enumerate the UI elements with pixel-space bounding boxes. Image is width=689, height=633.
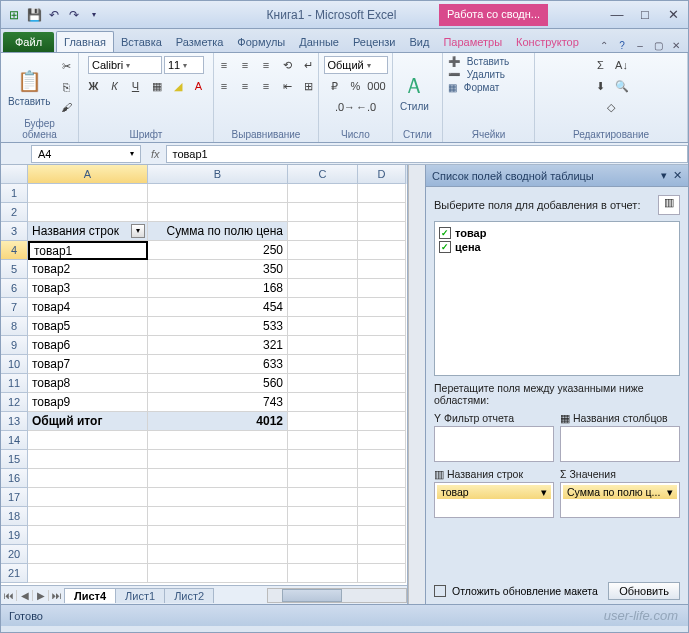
cell[interactable]: товар6 — [28, 336, 148, 355]
cell[interactable] — [288, 203, 358, 222]
tab-data[interactable]: Данные — [292, 32, 346, 52]
cell[interactable] — [358, 317, 406, 336]
cell[interactable] — [148, 507, 288, 526]
column-header-c[interactable]: C — [288, 165, 358, 184]
row-header[interactable]: 2 — [1, 203, 28, 222]
cell[interactable] — [358, 450, 406, 469]
cell[interactable] — [148, 203, 288, 222]
maximize-button[interactable]: □ — [634, 6, 656, 24]
cell[interactable] — [358, 412, 406, 431]
help-icon[interactable]: ? — [614, 38, 630, 52]
checkbox-icon[interactable]: ✓ — [439, 241, 451, 253]
cell[interactable]: товар1 — [28, 241, 148, 260]
copy-icon[interactable]: ⎘ — [56, 78, 76, 96]
minimize-button[interactable]: — — [606, 6, 628, 24]
vertical-scrollbar[interactable] — [408, 165, 425, 604]
currency-icon[interactable]: ₽ — [325, 77, 345, 95]
cell[interactable] — [358, 469, 406, 488]
sheet-nav-first[interactable]: ⏮ — [1, 590, 17, 601]
row-header[interactable]: 17 — [1, 488, 28, 507]
cell[interactable] — [28, 488, 148, 507]
cell[interactable] — [148, 431, 288, 450]
cell[interactable] — [288, 412, 358, 431]
format-cells-button[interactable]: ▦ Формат — [448, 82, 499, 93]
select-all-corner[interactable] — [1, 165, 28, 184]
cell[interactable] — [358, 488, 406, 507]
cell[interactable] — [358, 374, 406, 393]
cell[interactable]: товар4 — [28, 298, 148, 317]
cut-icon[interactable]: ✂ — [56, 58, 76, 76]
mdi-restore-button[interactable]: ▢ — [650, 38, 666, 52]
sheet-tab[interactable]: Лист4 — [64, 588, 116, 603]
cell[interactable]: Названия строк▾ — [28, 222, 148, 241]
paste-button[interactable]: 📋 Вставить — [6, 65, 52, 109]
area-rows-box[interactable]: товар▾ — [434, 482, 554, 518]
cell[interactable] — [358, 298, 406, 317]
sheet-nav-next[interactable]: ▶ — [33, 590, 49, 601]
mdi-close-button[interactable]: ✕ — [668, 38, 684, 52]
cell[interactable] — [148, 184, 288, 203]
insert-cells-button[interactable]: ➕ Вставить — [448, 56, 509, 67]
column-header-a[interactable]: A — [28, 165, 148, 184]
cell[interactable] — [28, 184, 148, 203]
underline-button[interactable]: Ч — [126, 77, 146, 95]
fx-icon[interactable]: fx — [151, 148, 160, 160]
tab-pivot-design[interactable]: Конструктор — [509, 32, 586, 52]
italic-button[interactable]: К — [105, 77, 125, 95]
cell[interactable] — [288, 393, 358, 412]
cell[interactable]: Общий итог — [28, 412, 148, 431]
cell[interactable]: 4012 — [148, 412, 288, 431]
field-item[interactable]: ✓ товар — [439, 226, 675, 240]
area-values-box[interactable]: Сумма по полю ц...▾ — [560, 482, 680, 518]
cell[interactable] — [358, 279, 406, 298]
cell[interactable] — [28, 564, 148, 583]
tab-formulas[interactable]: Формулы — [230, 32, 292, 52]
cell[interactable] — [288, 336, 358, 355]
wrap-text-icon[interactable]: ↵ — [298, 56, 318, 74]
horizontal-scrollbar[interactable] — [267, 588, 407, 603]
font-color-icon[interactable]: A — [189, 77, 209, 95]
cell[interactable]: 633 — [148, 355, 288, 374]
area-columns-box[interactable] — [560, 426, 680, 462]
cell[interactable]: 350 — [148, 260, 288, 279]
ribbon-minimize-icon[interactable]: ⌃ — [596, 38, 612, 52]
cell[interactable]: 250 — [148, 241, 288, 260]
cell[interactable] — [288, 526, 358, 545]
indent-decrease-icon[interactable]: ⇤ — [277, 77, 297, 95]
cell[interactable] — [288, 374, 358, 393]
row-header[interactable]: 11 — [1, 374, 28, 393]
cell[interactable]: 321 — [148, 336, 288, 355]
cell[interactable] — [358, 203, 406, 222]
cell[interactable] — [288, 279, 358, 298]
sort-filter-icon[interactable]: A↓ — [612, 56, 632, 74]
area-item[interactable]: товар▾ — [437, 485, 551, 499]
row-header[interactable]: 5 — [1, 260, 28, 279]
cell[interactable] — [28, 507, 148, 526]
sheet-tab[interactable]: Лист1 — [115, 588, 165, 603]
pivot-dropdown-icon[interactable]: ▾ — [131, 224, 145, 238]
cell[interactable] — [28, 203, 148, 222]
cell[interactable] — [288, 431, 358, 450]
cell[interactable] — [288, 298, 358, 317]
tab-pivot-options[interactable]: Параметры — [436, 32, 509, 52]
cell[interactable] — [288, 450, 358, 469]
bold-button[interactable]: Ж — [84, 77, 104, 95]
field-list[interactable]: ✓ товар ✓ цена — [434, 221, 680, 376]
qat-dropdown-icon[interactable]: ▾ — [85, 6, 103, 24]
cell[interactable] — [358, 184, 406, 203]
row-header[interactable]: 8 — [1, 317, 28, 336]
tab-insert[interactable]: Вставка — [114, 32, 169, 52]
find-icon[interactable]: 🔍 — [612, 77, 632, 95]
cell[interactable] — [288, 317, 358, 336]
pane-close-icon[interactable]: ✕ — [673, 169, 682, 182]
align-left-icon[interactable]: ≡ — [214, 77, 234, 95]
cell[interactable] — [288, 545, 358, 564]
font-name-combo[interactable]: Calibri▾ — [88, 56, 162, 74]
comma-icon[interactable]: 000 — [367, 77, 387, 95]
formula-input[interactable]: товар1 — [166, 145, 688, 163]
row-header[interactable]: 14 — [1, 431, 28, 450]
cell[interactable] — [358, 260, 406, 279]
tab-home[interactable]: Главная — [56, 31, 114, 52]
align-middle-icon[interactable]: ≡ — [235, 56, 255, 74]
cell[interactable] — [358, 336, 406, 355]
